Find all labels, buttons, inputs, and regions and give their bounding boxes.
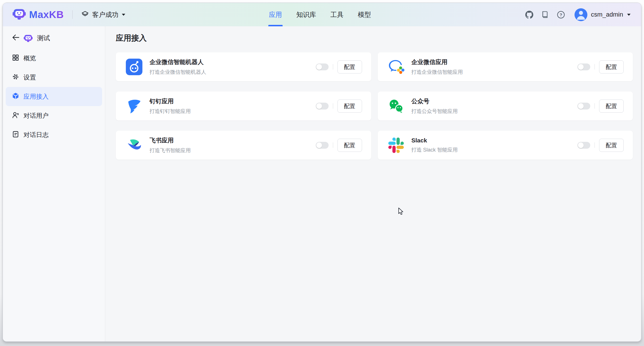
app-bot-icon <box>24 34 33 42</box>
control-divider <box>333 103 333 109</box>
enable-toggle[interactable] <box>316 142 329 149</box>
current-app-name: 测试 <box>37 34 50 43</box>
wecom-bot-icon <box>126 58 143 75</box>
card-description: 打造钉钉智能应用 <box>150 108 191 115</box>
gear-icon <box>12 73 19 81</box>
card-wecom-bot: 企业微信智能机器人 打造企业微信智能机器人 配置 <box>116 52 371 81</box>
control-divider <box>333 64 333 69</box>
card-slack: Slack 打造 Slack 智能应用 配置 <box>378 131 633 160</box>
dingtalk-icon <box>126 98 143 115</box>
card-description: 打造企业微信智能机器人 <box>150 69 206 75</box>
header-actions: ? csm_admin <box>525 8 631 21</box>
enable-toggle[interactable] <box>316 103 329 110</box>
control-divider <box>333 142 333 148</box>
document-icon <box>12 131 19 139</box>
card-description: 打造企业微信智能应用 <box>412 69 463 75</box>
enable-toggle[interactable] <box>577 103 590 110</box>
integration-cards-grid: 企业微信智能机器人 打造企业微信智能机器人 配置 <box>116 52 633 160</box>
sidebar-item-chat-logs[interactable]: 对话日志 <box>6 125 102 144</box>
wecom-app-icon <box>387 58 405 75</box>
card-description: 打造公众号智能应用 <box>412 108 458 115</box>
card-wechat-official-account: 公众号 打造公众号智能应用 配置 <box>378 92 633 120</box>
chevron-down-icon <box>627 12 631 17</box>
control-divider <box>595 142 595 148</box>
sidebar-item-label: 概览 <box>23 54 36 63</box>
app-window: MaxKB 客户成功 应用 知识库 工具 模型 <box>3 3 641 342</box>
sidebar-item-label: 对话用户 <box>23 112 49 120</box>
card-wecom-app: 企业微信应用 打造企业微信智能应用 配置 <box>378 52 633 81</box>
top-header: MaxKB 客户成功 应用 知识库 工具 模型 <box>3 3 641 26</box>
sidebar-item-settings[interactable]: 设置 <box>6 68 102 87</box>
workspace-switcher[interactable]: 客户成功 <box>81 10 126 19</box>
sidebar-item-label: 对话日志 <box>23 131 49 139</box>
card-title: 企业微信智能机器人 <box>150 58 206 66</box>
user-name: csm_admin <box>591 11 623 18</box>
card-description: 打造飞书智能应用 <box>150 147 191 154</box>
svg-text:?: ? <box>559 12 562 17</box>
configure-button[interactable]: 配置 <box>337 60 362 73</box>
card-description: 打造 Slack 智能应用 <box>412 146 458 153</box>
github-icon[interactable] <box>525 11 533 19</box>
maxkb-logo[interactable]: MaxKB <box>13 8 64 21</box>
feishu-icon <box>126 137 143 154</box>
user-menu[interactable]: csm_admin <box>575 8 631 21</box>
header-divider <box>72 10 73 19</box>
page-title: 应用接入 <box>116 33 633 43</box>
sidebar-item-overview[interactable]: 概览 <box>6 49 102 68</box>
configure-button[interactable]: 配置 <box>599 139 624 152</box>
sidebar-item-label: 设置 <box>23 73 36 82</box>
sidebar-app-header: 测试 <box>6 28 102 48</box>
sidebar: 测试 概览 <box>3 26 105 341</box>
sidebar-item-app-integration[interactable]: 应用接入 <box>6 87 102 106</box>
card-title: 公众号 <box>412 97 458 105</box>
tab-knowledge-base[interactable]: 知识库 <box>296 3 317 26</box>
user-icon <box>12 112 19 120</box>
grid-icon <box>12 54 19 62</box>
docs-book-icon[interactable] <box>541 11 549 19</box>
wechat-official-account-icon <box>387 98 405 115</box>
sidebar-item-label: 应用接入 <box>23 92 49 101</box>
slack-icon <box>387 137 405 154</box>
sidebar-item-chat-users[interactable]: 对话用户 <box>6 106 102 125</box>
help-icon[interactable]: ? <box>557 11 565 19</box>
card-feishu: 飞书应用 打造飞书智能应用 配置 <box>116 131 371 160</box>
enable-toggle[interactable] <box>577 63 590 70</box>
card-title: 飞书应用 <box>150 136 191 144</box>
main-content: 应用接入 企业微信智能机 <box>105 26 641 341</box>
enable-toggle[interactable] <box>577 142 590 149</box>
tab-tools[interactable]: 工具 <box>330 3 344 26</box>
card-title: 企业微信应用 <box>412 58 463 66</box>
configure-button[interactable]: 配置 <box>337 139 362 152</box>
chevron-down-icon <box>122 12 126 17</box>
layers-icon <box>81 10 89 19</box>
configure-button[interactable]: 配置 <box>337 100 362 113</box>
configure-button[interactable]: 配置 <box>599 60 624 73</box>
workspace-label: 客户成功 <box>92 10 118 19</box>
enable-toggle[interactable] <box>316 63 329 70</box>
tab-models[interactable]: 模型 <box>357 3 371 26</box>
primary-nav: 应用 知识库 工具 模型 <box>268 3 371 26</box>
cube-icon <box>12 92 19 101</box>
control-divider <box>595 103 595 109</box>
back-arrow-icon[interactable] <box>12 34 19 42</box>
card-dingtalk: 钉钉应用 打造钉钉智能应用 配置 <box>116 92 371 120</box>
brand-name: MaxKB <box>29 9 64 20</box>
tab-applications[interactable]: 应用 <box>268 3 283 26</box>
maxkb-robot-icon <box>13 8 26 21</box>
configure-button[interactable]: 配置 <box>599 100 624 113</box>
avatar <box>575 8 587 21</box>
card-title: 钉钉应用 <box>150 97 191 105</box>
card-title: Slack <box>412 137 458 144</box>
control-divider <box>595 64 595 69</box>
